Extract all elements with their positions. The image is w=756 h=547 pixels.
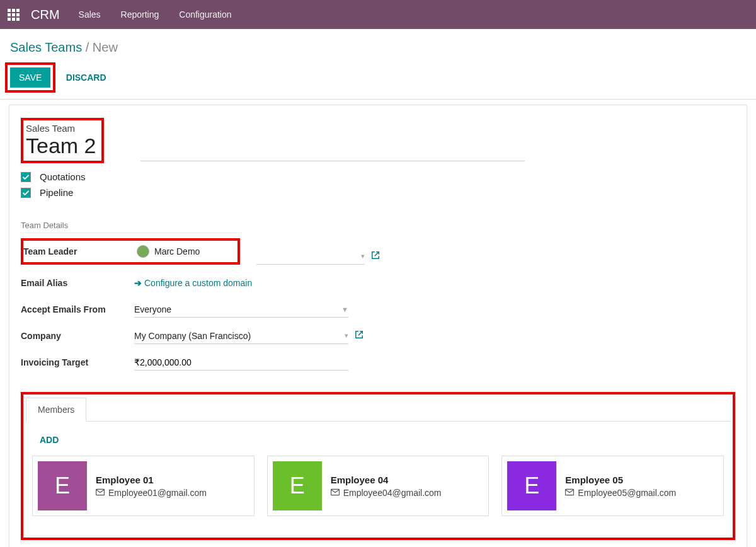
nav-configuration[interactable]: Configuration xyxy=(179,9,231,20)
accept-emails-select[interactable]: Everyone ▼ xyxy=(134,301,348,318)
team-leader-highlight-box: Team Leader Marc Demo xyxy=(21,238,240,265)
save-highlight-box: SAVE xyxy=(5,62,55,93)
nav-sales[interactable]: Sales xyxy=(79,9,101,20)
team-name-label: Sales Team xyxy=(26,123,96,134)
invoicing-target-input[interactable] xyxy=(134,357,348,367)
pipeline-checkbox[interactable] xyxy=(21,188,31,198)
mail-icon xyxy=(331,488,340,498)
accept-emails-label: Accept Emails From xyxy=(21,304,134,314)
members-highlight-box: Members ADD EEmployee 01Employee01@gmail… xyxy=(21,392,735,540)
tab-members[interactable]: Members xyxy=(26,398,86,422)
company-caret-icon[interactable]: ▾ xyxy=(345,331,348,340)
divider xyxy=(0,99,756,100)
arrow-right-icon: ➔ xyxy=(134,278,142,288)
email-alias-label: Email Alias xyxy=(21,278,134,288)
action-bar: SAVE DISCARD xyxy=(0,60,756,99)
nav-reporting[interactable]: Reporting xyxy=(121,9,159,20)
member-name: Employee 01 xyxy=(96,475,207,485)
member-card[interactable]: EEmployee 01Employee01@gmail.com xyxy=(32,456,255,516)
company-external-link-icon[interactable] xyxy=(355,330,364,342)
team-leader-value[interactable]: Marc Demo xyxy=(154,246,200,256)
member-avatar: E xyxy=(273,461,322,510)
team-details-heading: Team Details xyxy=(21,221,241,233)
member-card[interactable]: EEmployee 05Employee05@gmail.com xyxy=(501,456,724,516)
team-leader-avatar xyxy=(137,245,149,258)
accept-emails-caret-icon[interactable]: ▼ xyxy=(341,306,348,313)
member-name: Employee 05 xyxy=(565,475,676,485)
breadcrumb: Sales Teams / New xyxy=(0,29,756,60)
member-email: Employee01@gmail.com xyxy=(96,488,207,498)
quotations-checkbox[interactable] xyxy=(21,172,31,182)
breadcrumb-root[interactable]: Sales Teams xyxy=(10,40,82,54)
company-select[interactable]: My Company (San Francisco) ▾ xyxy=(134,328,348,344)
add-member-button[interactable]: ADD xyxy=(40,435,59,445)
mail-icon xyxy=(96,488,105,498)
team-name-highlight-box: Sales Team Team 2 xyxy=(21,118,104,163)
mail-icon xyxy=(565,488,574,498)
team-leader-label: Team Leader xyxy=(23,246,137,256)
save-button[interactable]: SAVE xyxy=(10,67,50,88)
invoicing-target-label: Invoicing Target xyxy=(21,357,134,367)
team-name-underline xyxy=(140,161,525,161)
member-email: Employee05@gmail.com xyxy=(565,488,676,498)
top-navbar: CRM Sales Reporting Configuration xyxy=(0,0,756,29)
quotations-label: Quotations xyxy=(40,171,86,182)
configure-domain-link[interactable]: ➔ Configure a custom domain xyxy=(134,278,252,288)
apps-icon[interactable] xyxy=(8,9,20,21)
team-leader-external-link-icon[interactable] xyxy=(371,251,380,262)
app-brand[interactable]: CRM xyxy=(31,8,60,22)
member-email: Employee04@gmail.com xyxy=(331,488,442,498)
team-leader-dropdown-caret[interactable]: ▾ xyxy=(361,252,365,260)
company-label: Company xyxy=(21,331,134,341)
pipeline-label: Pipeline xyxy=(40,187,73,198)
member-avatar: E xyxy=(507,461,556,510)
team-name-input[interactable]: Team 2 xyxy=(26,134,96,158)
member-name: Employee 04 xyxy=(331,475,442,485)
breadcrumb-sep: / xyxy=(86,40,93,54)
discard-button[interactable]: DISCARD xyxy=(66,72,106,83)
member-card[interactable]: EEmployee 04Employee04@gmail.com xyxy=(267,456,490,516)
member-avatar: E xyxy=(38,461,87,510)
breadcrumb-current: New xyxy=(93,40,118,54)
form-sheet: Sales Team Team 2 Quotations Pipeline Te… xyxy=(9,105,747,547)
